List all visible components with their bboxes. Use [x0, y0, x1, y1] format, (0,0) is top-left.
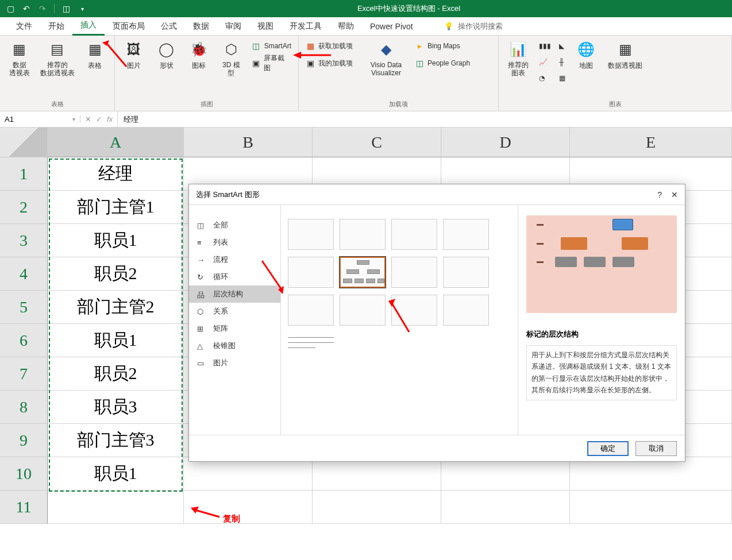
cat-cycle[interactable]: ↻循环 — [189, 268, 280, 285]
col-header-B[interactable]: B — [184, 128, 313, 157]
layout-thumb[interactable] — [288, 333, 334, 364]
layout-thumb[interactable] — [288, 219, 334, 250]
chart-type-4[interactable]: ◣ — [557, 38, 568, 54]
touch-mode-button[interactable]: ◫ — [59, 2, 73, 16]
cancel-icon[interactable]: ✕ — [85, 115, 91, 123]
qat-customize-button[interactable]: ▾ — [75, 2, 89, 16]
name-box[interactable]: A1 ▾ — [0, 115, 80, 123]
row-header-4[interactable]: 4 — [0, 257, 48, 291]
cell-A10[interactable]: 职员1 — [48, 457, 184, 491]
cell-A9[interactable]: 部门主管3 — [48, 424, 184, 457]
undo-button[interactable]: ↶ — [20, 2, 33, 16]
recommended-pivot-button[interactable]: ▤ 推荐的 数据透视表 — [37, 38, 77, 78]
recommended-charts-button[interactable]: 📊 推荐的 图表 — [503, 38, 533, 78]
cell-E10[interactable] — [570, 457, 732, 491]
visio-button[interactable]: ◆ Visio Data Visualizer — [363, 38, 409, 78]
smartart-button[interactable]: ◫ SmartArt — [249, 38, 294, 54]
cell-A5[interactable]: 部门主管2 — [48, 291, 184, 324]
layout-thumb[interactable] — [340, 295, 386, 326]
layout-thumb[interactable] — [391, 219, 437, 250]
cell-A1[interactable]: 经理 — [48, 157, 184, 191]
people-graph-button[interactable]: ◫ People Graph — [413, 55, 472, 71]
cell-A2[interactable]: 部门主管1 — [48, 191, 184, 224]
chart-type-5[interactable]: ╫ — [557, 54, 568, 70]
cell-C10[interactable] — [313, 457, 441, 491]
formula-input[interactable]: 经理 — [117, 111, 732, 127]
layout-thumb[interactable] — [391, 257, 437, 288]
cat-hierarchy[interactable]: 品层次结构 — [189, 285, 280, 303]
tab-file[interactable]: 文件 — [8, 17, 40, 36]
dialog-close-button[interactable]: ✕ — [671, 190, 678, 199]
save-button[interactable]: ▢ — [3, 2, 17, 16]
tab-powerpivot[interactable]: Power Pivot — [362, 17, 421, 36]
cancel-button[interactable]: 取消 — [635, 441, 677, 456]
cat-process[interactable]: →流程 — [189, 251, 280, 268]
col-header-E[interactable]: E — [570, 128, 732, 157]
row-header-1[interactable]: 1 — [0, 157, 48, 191]
layout-thumb[interactable] — [443, 257, 489, 288]
chart-type-1[interactable]: ▮▮▮ — [537, 38, 553, 54]
cell-A7[interactable]: 职员2 — [48, 357, 184, 391]
tab-home[interactable]: 开始 — [40, 17, 72, 36]
get-addins-button[interactable]: ▦ 获取加载项 — [303, 38, 355, 54]
bing-maps-button[interactable]: ▸ Bing Maps — [413, 38, 472, 54]
tab-formulas[interactable]: 公式 — [153, 17, 185, 36]
tab-layout[interactable]: 页面布局 — [105, 17, 153, 36]
my-addins-button[interactable]: ▣ 我的加载项 — [303, 55, 355, 71]
shapes-button[interactable]: ◯ 形状 — [152, 38, 180, 71]
row-header-3[interactable]: 3 — [0, 224, 48, 257]
chart-type-3[interactable]: ◔ — [537, 70, 553, 86]
redo-button[interactable]: ↷ — [36, 2, 49, 16]
table-button[interactable]: ▦ 表格 — [80, 38, 110, 71]
icons-button[interactable]: 🐞 图标 — [184, 38, 213, 71]
cat-relationship[interactable]: ⬡关系 — [189, 303, 280, 320]
col-header-D[interactable]: D — [441, 128, 570, 157]
row-header-6[interactable]: 6 — [0, 324, 48, 357]
cell-A3[interactable]: 职员1 — [48, 224, 184, 257]
col-header-C[interactable]: C — [313, 128, 441, 157]
chart-type-2[interactable]: 📈 — [537, 54, 553, 70]
cell-B10[interactable] — [184, 457, 313, 491]
cat-matrix[interactable]: ⊞矩阵 — [189, 320, 280, 337]
layout-thumb[interactable] — [443, 219, 489, 250]
cell-A11[interactable] — [48, 491, 184, 524]
cell-A4[interactable]: 职员2 — [48, 257, 184, 291]
layout-thumb[interactable] — [288, 295, 334, 326]
select-all-corner[interactable] — [0, 128, 48, 157]
chart-type-6[interactable]: ▦ — [557, 70, 568, 86]
tab-dev[interactable]: 开发工具 — [282, 17, 330, 36]
pictures-button[interactable]: 🖼 图片 — [120, 38, 148, 71]
cell-D10[interactable] — [441, 457, 570, 491]
cat-pyramid[interactable]: △棱锥图 — [189, 337, 280, 354]
cat-all[interactable]: ◫全部 — [189, 217, 280, 234]
cell-B11[interactable] — [184, 491, 313, 524]
layout-thumb[interactable] — [340, 219, 386, 250]
tell-me-search[interactable]: 💡 操作说明搜索 — [444, 21, 503, 32]
tab-review[interactable]: 审阅 — [217, 17, 249, 36]
layout-thumb-selected[interactable] — [340, 257, 386, 288]
cell-E11[interactable] — [570, 491, 732, 524]
cat-list[interactable]: ≡列表 — [189, 234, 280, 251]
cell-A8[interactable]: 职员3 — [48, 391, 184, 424]
row-header-9[interactable]: 9 — [0, 424, 48, 457]
row-header-11[interactable]: 11 — [0, 491, 48, 524]
3dmodels-button[interactable]: ⬡ 3D 模 型 — [217, 38, 245, 78]
row-header-10[interactable]: 10 — [0, 457, 48, 491]
cell-C11[interactable] — [313, 491, 441, 524]
confirm-icon[interactable]: ✓ — [96, 115, 102, 123]
col-header-A[interactable]: A — [48, 128, 184, 157]
tab-insert[interactable]: 插入 — [72, 17, 105, 36]
cat-picture[interactable]: ▭图片 — [189, 354, 280, 372]
row-header-8[interactable]: 8 — [0, 391, 48, 424]
cell-A6[interactable]: 职员1 — [48, 324, 184, 357]
tab-help[interactable]: 帮助 — [330, 17, 362, 36]
pivot-chart-button[interactable]: ▦ 数据透视图 — [604, 38, 646, 71]
layout-thumb[interactable] — [288, 257, 334, 288]
tab-view[interactable]: 视图 — [249, 17, 282, 36]
cell-D11[interactable] — [441, 491, 570, 524]
dialog-help-button[interactable]: ? — [657, 190, 662, 199]
row-header-2[interactable]: 2 — [0, 191, 48, 224]
row-header-5[interactable]: 5 — [0, 291, 48, 324]
ok-button[interactable]: 确定 — [587, 441, 629, 456]
screenshot-button[interactable]: ▣ 屏幕截图 — [249, 55, 294, 71]
